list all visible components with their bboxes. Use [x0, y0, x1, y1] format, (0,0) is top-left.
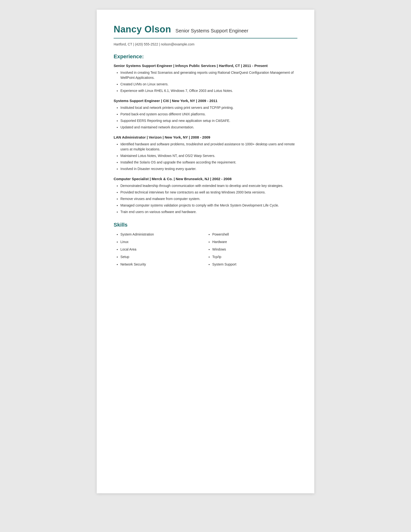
skill-item: System Administration: [120, 232, 206, 237]
header-section: Nancy Olson Senior Systems Support Engin…: [114, 24, 297, 46]
skill-item: Powershell: [212, 232, 297, 237]
skills-grid: System Administration Linux Local Area S…: [114, 232, 297, 269]
header-job-title: Senior Systems Support Engineer: [176, 28, 248, 34]
bullet-item: Provided technical interviews for new co…: [120, 190, 297, 195]
skill-item: Local Area: [120, 247, 206, 252]
bullet-item: Train end users on various software and …: [120, 209, 297, 215]
job-block-1: Senior Systems Support Engineer | Infosy…: [114, 64, 297, 93]
job-block-4: Computer Specialist | Merck & Co. | New …: [114, 177, 297, 215]
bullet-item: Instituted local and network printers us…: [120, 105, 297, 110]
job-bullets-4: Demonstrated leadership through communic…: [114, 183, 297, 215]
bullet-item: Supported EERS Reporting setup and new a…: [120, 118, 297, 123]
bullet-item: Involved in Disaster recovery testing ev…: [120, 166, 297, 171]
skill-item: System Support: [212, 262, 297, 267]
bullet-item: Ported back-end system across different …: [120, 112, 297, 117]
job-bullets-2: Instituted local and network printers us…: [114, 105, 297, 130]
skill-item: Linux: [120, 239, 206, 245]
bullet-item: Involved in creating Test Scenarios and …: [120, 70, 297, 80]
bullet-item: Identified hardware and software problem…: [120, 142, 297, 152]
job-block-2: Systems Support Engineer | Citi | New Yo…: [114, 99, 297, 130]
name-title-row: Nancy Olson Senior Systems Support Engin…: [114, 24, 297, 35]
skill-item: Network Security: [120, 262, 206, 267]
job-heading-1: Senior Systems Support Engineer | Infosy…: [114, 64, 297, 68]
skills-right-column: Powershell Hardware Windows Tcp/Ip Syste…: [206, 232, 297, 269]
skills-left-column: System Administration Linux Local Area S…: [114, 232, 206, 269]
bullet-item: Experience with Linux RHEL 6.1, Windows …: [120, 88, 297, 93]
bullet-item: Remove viruses and malware from computer…: [120, 196, 297, 201]
bullet-item: Managed computer systems validation proj…: [120, 203, 297, 208]
bullet-item: Updated and maintained network documenta…: [120, 125, 297, 130]
skills-section: Skills System Administration Linux Local…: [114, 222, 297, 269]
bullet-item: Demonstrated leadership through communic…: [120, 183, 297, 188]
skill-item: Windows: [212, 247, 297, 252]
bullet-item: Maintained Lotus Notes, Windows NT, and …: [120, 153, 297, 158]
bullet-item: Created LVMs on Linux servers.: [120, 82, 297, 87]
job-heading-3: LAN Administrator | Verizon | New York, …: [114, 135, 297, 139]
skill-item: Tcp/Ip: [212, 254, 297, 259]
header-divider: [114, 38, 297, 38]
job-bullets-1: Involved in creating Test Scenarios and …: [114, 70, 297, 93]
experience-section-title: Experience:: [114, 53, 297, 60]
skills-section-title: Skills: [114, 222, 297, 228]
experience-section: Experience: Senior Systems Support Engin…: [114, 53, 297, 215]
job-heading-4: Computer Specialist | Merck & Co. | New …: [114, 177, 297, 181]
full-name: Nancy Olson: [114, 24, 171, 35]
job-heading-2: Systems Support Engineer | Citi | New Yo…: [114, 99, 297, 103]
bullet-item: Installed the Solaris OS and upgrade the…: [120, 160, 297, 165]
job-bullets-3: Identified hardware and software problem…: [114, 142, 297, 171]
resume-page: Nancy Olson Senior Systems Support Engin…: [97, 10, 314, 493]
contact-info: Hartford, CT | (420) 555-2522 | nolson@e…: [114, 42, 297, 46]
skill-item: Setup: [120, 254, 206, 259]
job-block-3: LAN Administrator | Verizon | New York, …: [114, 135, 297, 171]
skill-item: Hardware: [212, 239, 297, 245]
